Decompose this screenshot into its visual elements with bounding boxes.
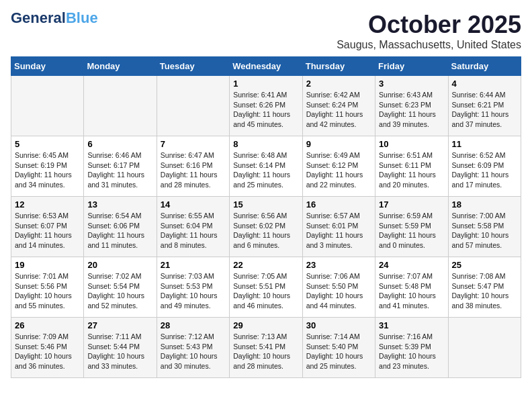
calendar-cell: 8Sunrise: 6:48 AM Sunset: 6:14 PM Daylig… <box>230 136 302 197</box>
calendar-cell: 2Sunrise: 6:42 AM Sunset: 6:24 PM Daylig… <box>302 76 375 136</box>
calendar-cell: 11Sunrise: 6:52 AM Sunset: 6:09 PM Dayli… <box>448 136 521 197</box>
day-number: 6 <box>87 139 152 149</box>
day-number: 27 <box>87 320 152 330</box>
location-title: Saugus, Massachusetts, United States <box>337 39 521 51</box>
day-number: 11 <box>452 139 517 149</box>
logo-text: GeneralBlue <box>11 11 98 26</box>
day-info: Sunrise: 6:43 AM Sunset: 6:23 PM Dayligh… <box>379 90 444 130</box>
month-title: October 2025 <box>337 11 521 39</box>
day-number: 10 <box>379 139 444 149</box>
calendar-week-row: 26Sunrise: 7:09 AM Sunset: 5:46 PM Dayli… <box>11 318 521 378</box>
calendar-cell: 10Sunrise: 6:51 AM Sunset: 6:11 PM Dayli… <box>375 136 448 197</box>
header-day-monday: Monday <box>84 57 157 76</box>
calendar-cell: 6Sunrise: 6:46 AM Sunset: 6:17 PM Daylig… <box>84 136 157 197</box>
header-day-friday: Friday <box>375 57 448 76</box>
day-number: 8 <box>233 139 298 149</box>
logo-blue: Blue <box>66 9 98 26</box>
calendar-week-row: 5Sunrise: 6:45 AM Sunset: 6:19 PM Daylig… <box>11 136 521 197</box>
calendar-cell: 29Sunrise: 7:13 AM Sunset: 5:41 PM Dayli… <box>230 318 302 378</box>
day-info: Sunrise: 6:45 AM Sunset: 6:19 PM Dayligh… <box>15 150 80 190</box>
calendar-week-row: 1Sunrise: 6:41 AM Sunset: 6:26 PM Daylig… <box>11 76 521 136</box>
calendar-header-row: SundayMondayTuesdayWednesdayThursdayFrid… <box>11 57 521 76</box>
calendar-cell: 25Sunrise: 7:08 AM Sunset: 5:47 PM Dayli… <box>448 257 521 318</box>
header-day-tuesday: Tuesday <box>157 57 229 76</box>
day-number: 23 <box>306 260 371 270</box>
day-info: Sunrise: 7:11 AM Sunset: 5:44 PM Dayligh… <box>87 332 152 371</box>
day-number: 15 <box>233 199 298 210</box>
calendar-cell: 18Sunrise: 7:00 AM Sunset: 5:58 PM Dayli… <box>448 197 521 257</box>
calendar-cell: 26Sunrise: 7:09 AM Sunset: 5:46 PM Dayli… <box>11 318 84 378</box>
calendar-cell: 31Sunrise: 7:16 AM Sunset: 5:39 PM Dayli… <box>375 318 448 378</box>
day-info: Sunrise: 6:55 AM Sunset: 6:04 PM Dayligh… <box>161 211 226 250</box>
calendar-cell: 1Sunrise: 6:41 AM Sunset: 6:26 PM Daylig… <box>230 76 302 136</box>
calendar-week-row: 12Sunrise: 6:53 AM Sunset: 6:07 PM Dayli… <box>11 197 521 257</box>
day-info: Sunrise: 7:14 AM Sunset: 5:40 PM Dayligh… <box>306 332 371 371</box>
day-info: Sunrise: 7:13 AM Sunset: 5:41 PM Dayligh… <box>233 332 298 371</box>
calendar-cell: 27Sunrise: 7:11 AM Sunset: 5:44 PM Dayli… <box>84 318 157 378</box>
calendar-cell: 9Sunrise: 6:49 AM Sunset: 6:12 PM Daylig… <box>302 136 375 197</box>
day-info: Sunrise: 6:42 AM Sunset: 6:24 PM Dayligh… <box>306 90 371 130</box>
logo: GeneralBlue <box>11 11 98 26</box>
day-number: 25 <box>452 260 517 270</box>
day-info: Sunrise: 7:06 AM Sunset: 5:50 PM Dayligh… <box>306 271 371 311</box>
calendar-cell <box>84 76 157 136</box>
day-info: Sunrise: 6:49 AM Sunset: 6:12 PM Dayligh… <box>306 150 371 190</box>
day-number: 14 <box>161 199 226 210</box>
page-header: GeneralBlue October 2025 Saugus, Massach… <box>11 11 521 51</box>
day-info: Sunrise: 7:09 AM Sunset: 5:46 PM Dayligh… <box>15 332 80 371</box>
day-number: 21 <box>161 260 226 270</box>
day-info: Sunrise: 6:52 AM Sunset: 6:09 PM Dayligh… <box>452 150 517 190</box>
calendar-cell: 19Sunrise: 7:01 AM Sunset: 5:56 PM Dayli… <box>11 257 84 318</box>
day-info: Sunrise: 7:01 AM Sunset: 5:56 PM Dayligh… <box>15 271 80 311</box>
day-number: 12 <box>15 199 80 210</box>
day-info: Sunrise: 7:05 AM Sunset: 5:51 PM Dayligh… <box>233 271 298 311</box>
day-number: 7 <box>161 139 226 149</box>
day-info: Sunrise: 7:07 AM Sunset: 5:48 PM Dayligh… <box>379 271 444 311</box>
day-number: 31 <box>379 320 444 330</box>
calendar-cell: 24Sunrise: 7:07 AM Sunset: 5:48 PM Dayli… <box>375 257 448 318</box>
calendar-cell: 28Sunrise: 7:12 AM Sunset: 5:43 PM Dayli… <box>157 318 229 378</box>
day-info: Sunrise: 6:46 AM Sunset: 6:17 PM Dayligh… <box>87 150 152 190</box>
day-info: Sunrise: 6:51 AM Sunset: 6:11 PM Dayligh… <box>379 150 444 190</box>
day-info: Sunrise: 7:00 AM Sunset: 5:58 PM Dayligh… <box>452 211 517 250</box>
calendar-cell: 7Sunrise: 6:47 AM Sunset: 6:16 PM Daylig… <box>157 136 229 197</box>
day-number: 13 <box>87 199 152 210</box>
calendar-cell <box>448 318 521 378</box>
day-number: 9 <box>306 139 371 149</box>
header-day-saturday: Saturday <box>448 57 521 76</box>
day-info: Sunrise: 6:48 AM Sunset: 6:14 PM Dayligh… <box>233 150 298 190</box>
calendar-cell: 17Sunrise: 6:59 AM Sunset: 5:59 PM Dayli… <box>375 197 448 257</box>
calendar-cell: 4Sunrise: 6:44 AM Sunset: 6:21 PM Daylig… <box>448 76 521 136</box>
day-info: Sunrise: 6:44 AM Sunset: 6:21 PM Dayligh… <box>452 90 517 130</box>
calendar-cell: 3Sunrise: 6:43 AM Sunset: 6:23 PM Daylig… <box>375 76 448 136</box>
day-info: Sunrise: 6:56 AM Sunset: 6:02 PM Dayligh… <box>233 211 298 250</box>
calendar-table: SundayMondayTuesdayWednesdayThursdayFrid… <box>11 56 521 378</box>
day-number: 16 <box>306 199 371 210</box>
calendar-cell: 5Sunrise: 6:45 AM Sunset: 6:19 PM Daylig… <box>11 136 84 197</box>
day-number: 20 <box>87 260 152 270</box>
day-number: 3 <box>379 79 444 89</box>
calendar-cell: 13Sunrise: 6:54 AM Sunset: 6:06 PM Dayli… <box>84 197 157 257</box>
day-number: 26 <box>15 320 80 330</box>
day-info: Sunrise: 6:57 AM Sunset: 6:01 PM Dayligh… <box>306 211 371 250</box>
header-day-sunday: Sunday <box>11 57 84 76</box>
calendar-cell: 16Sunrise: 6:57 AM Sunset: 6:01 PM Dayli… <box>302 197 375 257</box>
day-number: 18 <box>452 199 517 210</box>
day-number: 4 <box>452 79 517 89</box>
day-number: 17 <box>379 199 444 210</box>
day-info: Sunrise: 6:59 AM Sunset: 5:59 PM Dayligh… <box>379 211 444 250</box>
day-number: 19 <box>15 260 80 270</box>
day-info: Sunrise: 7:12 AM Sunset: 5:43 PM Dayligh… <box>161 332 226 371</box>
day-info: Sunrise: 7:03 AM Sunset: 5:53 PM Dayligh… <box>161 271 226 311</box>
calendar-cell: 12Sunrise: 6:53 AM Sunset: 6:07 PM Dayli… <box>11 197 84 257</box>
day-info: Sunrise: 7:02 AM Sunset: 5:54 PM Dayligh… <box>87 271 152 311</box>
day-info: Sunrise: 6:41 AM Sunset: 6:26 PM Dayligh… <box>233 90 298 130</box>
day-number: 22 <box>233 260 298 270</box>
calendar-cell <box>11 76 84 136</box>
calendar-cell <box>157 76 229 136</box>
header-day-thursday: Thursday <box>302 57 375 76</box>
day-info: Sunrise: 7:16 AM Sunset: 5:39 PM Dayligh… <box>379 332 444 371</box>
calendar-cell: 15Sunrise: 6:56 AM Sunset: 6:02 PM Dayli… <box>230 197 302 257</box>
day-number: 2 <box>306 79 371 89</box>
day-info: Sunrise: 6:54 AM Sunset: 6:06 PM Dayligh… <box>87 211 152 250</box>
